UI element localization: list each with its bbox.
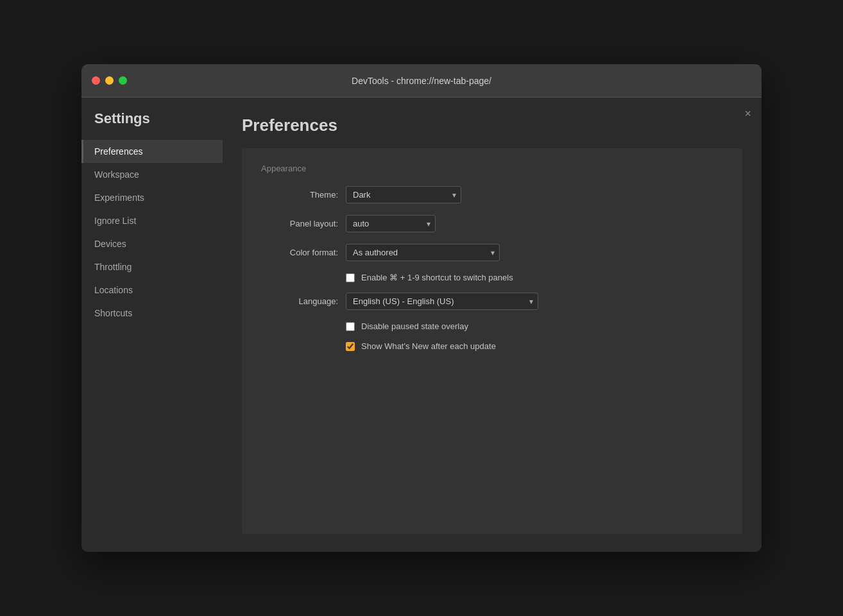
close-window-button[interactable] [92,76,100,85]
theme-row: Theme: System preference Light Dark [261,186,723,203]
theme-select[interactable]: System preference Light Dark [346,186,461,203]
window-title: DevTools - chrome://new-tab-page/ [352,76,491,86]
color-format-select[interactable]: As authored HEX RGB HSL [346,244,500,261]
sidebar-item-preferences[interactable]: Preferences [81,140,223,163]
titlebar: DevTools - chrome://new-tab-page/ [81,64,762,98]
language-select[interactable]: English (US) - English (US) Deutsch - Ge… [346,293,538,310]
shortcut-checkbox[interactable] [346,273,355,282]
appearance-section-title: Appearance [261,164,723,173]
pause-overlay-checkbox-label: Disable paused state overlay [361,321,468,331]
devtools-window: DevTools - chrome://new-tab-page/ Settin… [81,64,762,552]
panel-layout-select-wrapper: auto horizontal vertical [346,215,436,232]
sidebar-item-throttling[interactable]: Throttling [81,255,223,278]
color-format-row: Color format: As authored HEX RGB HSL [261,244,723,261]
language-row: Language: English (US) - English (US) De… [261,293,723,310]
minimize-window-button[interactable] [105,76,114,85]
panel-layout-row: Panel layout: auto horizontal vertical [261,215,723,232]
close-settings-button[interactable]: × [744,108,751,119]
sidebar-heading: Settings [81,110,223,140]
color-format-label: Color format: [261,248,338,257]
sidebar-item-locations[interactable]: Locations [81,278,223,302]
language-select-wrapper: English (US) - English (US) Deutsch - Ge… [346,293,538,310]
sidebar-item-workspace[interactable]: Workspace [81,163,223,186]
sidebar-item-ignore-list[interactable]: Ignore List [81,209,223,232]
traffic-lights [92,76,127,85]
whats-new-checkbox[interactable] [346,342,355,351]
theme-label: Theme: [261,190,338,200]
language-label: Language: [261,296,338,306]
content-area: Appearance Theme: System preference Ligh… [242,148,742,534]
panel-layout-select[interactable]: auto horizontal vertical [346,215,436,232]
window-body: Settings Preferences Workspace Experimen… [81,98,762,552]
theme-select-wrapper: System preference Light Dark [346,186,461,203]
color-format-select-wrapper: As authored HEX RGB HSL [346,244,500,261]
shortcut-checkbox-label: Enable ⌘ + 1-9 shortcut to switch panels [361,273,513,282]
maximize-window-button[interactable] [119,76,127,85]
pause-overlay-checkbox-row: Disable paused state overlay [261,321,723,331]
whats-new-checkbox-row: Show What's New after each update [261,341,723,351]
whats-new-checkbox-label: Show What's New after each update [361,341,496,351]
shortcut-checkbox-row: Enable ⌘ + 1-9 shortcut to switch panels [261,273,723,282]
sidebar: Settings Preferences Workspace Experimen… [81,98,223,552]
page-title: Preferences [242,116,742,135]
sidebar-item-shortcuts[interactable]: Shortcuts [81,302,223,325]
main-content: × Preferences Appearance Theme: System p… [223,98,762,552]
sidebar-item-experiments[interactable]: Experiments [81,186,223,209]
sidebar-item-devices[interactable]: Devices [81,232,223,255]
panel-layout-label: Panel layout: [261,219,338,228]
pause-overlay-checkbox[interactable] [346,322,355,331]
